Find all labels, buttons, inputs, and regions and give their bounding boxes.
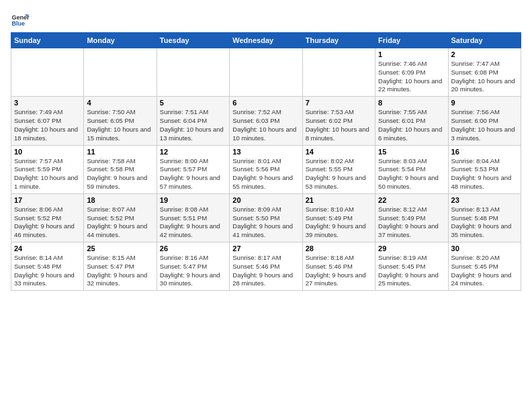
day-info: Sunrise: 8:12 AMSunset: 5:49 PMDaylight:… (378, 205, 445, 240)
day-number: 4 (87, 99, 153, 107)
day-info: Sunrise: 7:49 AMSunset: 6:07 PMDaylight:… (14, 108, 81, 142)
day-info: Sunrise: 8:03 AMSunset: 5:54 PMDaylight:… (378, 157, 445, 191)
day-info: Sunrise: 7:52 AMSunset: 6:03 PMDaylight:… (232, 108, 299, 142)
day-number: 5 (160, 99, 226, 107)
day-cell (11, 48, 84, 97)
day-number: 14 (306, 148, 372, 156)
day-number: 9 (451, 99, 518, 107)
day-number: 24 (14, 244, 81, 253)
day-number: 8 (378, 99, 445, 107)
day-info: Sunrise: 7:57 AMSunset: 5:59 PMDaylight:… (14, 157, 81, 191)
svg-text:Blue: Blue (11, 20, 25, 27)
day-cell: 26Sunrise: 8:16 AMSunset: 5:47 PMDayligh… (157, 242, 229, 291)
week-row-3: 10Sunrise: 7:57 AMSunset: 5:59 PMDayligh… (11, 145, 521, 193)
day-info: Sunrise: 8:20 AMSunset: 5:45 PMDaylight:… (451, 254, 518, 288)
day-info: Sunrise: 8:06 AMSunset: 5:52 PMDaylight:… (14, 205, 81, 240)
day-header-tuesday: Tuesday (157, 33, 229, 48)
day-info: Sunrise: 8:02 AMSunset: 5:55 PMDaylight:… (306, 157, 372, 191)
day-cell: 14Sunrise: 8:02 AMSunset: 5:55 PMDayligh… (302, 145, 375, 193)
day-cell: 25Sunrise: 8:15 AMSunset: 5:47 PMDayligh… (84, 242, 157, 291)
day-number: 3 (14, 99, 81, 107)
day-cell (230, 48, 302, 97)
week-row-5: 24Sunrise: 8:14 AMSunset: 5:48 PMDayligh… (11, 242, 521, 291)
day-cell: 2Sunrise: 7:47 AMSunset: 6:08 PMDaylight… (448, 48, 521, 97)
day-info: Sunrise: 8:19 AMSunset: 5:45 PMDaylight:… (378, 254, 445, 288)
day-number: 23 (451, 196, 518, 204)
day-number: 1 (378, 50, 445, 58)
day-info: Sunrise: 8:10 AMSunset: 5:49 PMDaylight:… (306, 205, 372, 240)
day-number: 16 (451, 148, 518, 156)
day-number: 20 (232, 196, 299, 204)
week-row-4: 17Sunrise: 8:06 AMSunset: 5:52 PMDayligh… (11, 193, 521, 242)
day-info: Sunrise: 8:09 AMSunset: 5:50 PMDaylight:… (232, 205, 299, 240)
day-number: 27 (232, 244, 299, 253)
day-cell: 30Sunrise: 8:20 AMSunset: 5:45 PMDayligh… (448, 242, 521, 291)
day-info: Sunrise: 8:08 AMSunset: 5:51 PMDaylight:… (160, 205, 226, 240)
day-info: Sunrise: 8:14 AMSunset: 5:48 PMDaylight:… (14, 254, 81, 288)
day-cell: 27Sunrise: 8:17 AMSunset: 5:46 PMDayligh… (230, 242, 302, 291)
week-row-1: 1Sunrise: 7:46 AMSunset: 6:09 PMDaylight… (11, 48, 521, 97)
day-cell: 20Sunrise: 8:09 AMSunset: 5:50 PMDayligh… (230, 193, 302, 242)
day-cell (157, 48, 229, 97)
day-info: Sunrise: 8:01 AMSunset: 5:56 PMDaylight:… (232, 157, 299, 191)
day-number: 7 (306, 99, 372, 107)
day-info: Sunrise: 7:56 AMSunset: 6:00 PMDaylight:… (451, 108, 518, 142)
day-cell: 11Sunrise: 7:58 AMSunset: 5:58 PMDayligh… (84, 145, 157, 193)
day-info: Sunrise: 7:58 AMSunset: 5:58 PMDaylight:… (87, 157, 153, 191)
day-cell: 8Sunrise: 7:55 AMSunset: 6:01 PMDaylight… (375, 97, 448, 145)
day-number: 22 (378, 196, 445, 204)
day-number: 6 (232, 99, 299, 107)
day-cell: 5Sunrise: 7:51 AMSunset: 6:04 PMDaylight… (157, 97, 229, 145)
day-number: 2 (451, 50, 518, 58)
day-number: 29 (378, 244, 445, 253)
logo-icon: General Blue (11, 11, 30, 30)
day-info: Sunrise: 8:04 AMSunset: 5:53 PMDaylight:… (451, 157, 518, 191)
day-info: Sunrise: 7:53 AMSunset: 6:02 PMDaylight:… (306, 108, 372, 142)
day-cell: 7Sunrise: 7:53 AMSunset: 6:02 PMDaylight… (302, 97, 375, 145)
day-info: Sunrise: 7:47 AMSunset: 6:08 PMDaylight:… (451, 60, 518, 94)
day-header-sunday: Sunday (11, 33, 84, 48)
header-row: SundayMondayTuesdayWednesdayThursdayFrid… (11, 33, 521, 48)
day-header-monday: Monday (84, 33, 157, 48)
day-cell: 15Sunrise: 8:03 AMSunset: 5:54 PMDayligh… (375, 145, 448, 193)
day-info: Sunrise: 8:15 AMSunset: 5:47 PMDaylight:… (87, 254, 153, 288)
day-number: 11 (87, 148, 153, 156)
day-header-friday: Friday (375, 33, 448, 48)
day-number: 18 (87, 196, 153, 204)
day-number: 21 (306, 196, 372, 204)
day-number: 15 (378, 148, 445, 156)
day-cell: 16Sunrise: 8:04 AMSunset: 5:53 PMDayligh… (448, 145, 521, 193)
week-row-2: 3Sunrise: 7:49 AMSunset: 6:07 PMDaylight… (11, 97, 521, 145)
day-info: Sunrise: 7:46 AMSunset: 6:09 PMDaylight:… (378, 60, 445, 94)
day-cell (84, 48, 157, 97)
logo: General Blue (11, 11, 30, 30)
day-cell: 22Sunrise: 8:12 AMSunset: 5:49 PMDayligh… (375, 193, 448, 242)
day-cell: 23Sunrise: 8:13 AMSunset: 5:48 PMDayligh… (448, 193, 521, 242)
day-number: 13 (232, 148, 299, 156)
day-cell: 9Sunrise: 7:56 AMSunset: 6:00 PMDaylight… (448, 97, 521, 145)
day-cell: 10Sunrise: 7:57 AMSunset: 5:59 PMDayligh… (11, 145, 84, 193)
day-info: Sunrise: 7:51 AMSunset: 6:04 PMDaylight:… (160, 108, 226, 142)
day-info: Sunrise: 7:55 AMSunset: 6:01 PMDaylight:… (378, 108, 445, 142)
day-info: Sunrise: 8:07 AMSunset: 5:52 PMDaylight:… (87, 205, 153, 240)
day-number: 17 (14, 196, 81, 204)
calendar: SundayMondayTuesdayWednesdayThursdayFrid… (11, 32, 521, 291)
day-number: 26 (160, 244, 226, 253)
day-header-wednesday: Wednesday (230, 33, 302, 48)
day-number: 10 (14, 148, 81, 156)
day-cell: 6Sunrise: 7:52 AMSunset: 6:03 PMDaylight… (230, 97, 302, 145)
day-info: Sunrise: 8:17 AMSunset: 5:46 PMDaylight:… (232, 254, 299, 288)
day-info: Sunrise: 8:18 AMSunset: 5:46 PMDaylight:… (306, 254, 372, 288)
day-number: 25 (87, 244, 153, 253)
day-cell: 13Sunrise: 8:01 AMSunset: 5:56 PMDayligh… (230, 145, 302, 193)
day-cell: 29Sunrise: 8:19 AMSunset: 5:45 PMDayligh… (375, 242, 448, 291)
day-number: 30 (451, 244, 518, 253)
day-info: Sunrise: 8:13 AMSunset: 5:48 PMDaylight:… (451, 205, 518, 240)
day-cell: 18Sunrise: 8:07 AMSunset: 5:52 PMDayligh… (84, 193, 157, 242)
day-number: 28 (306, 244, 372, 253)
day-cell: 28Sunrise: 8:18 AMSunset: 5:46 PMDayligh… (302, 242, 375, 291)
header: General Blue (11, 11, 521, 30)
day-header-thursday: Thursday (302, 33, 375, 48)
day-header-saturday: Saturday (448, 33, 521, 48)
day-number: 19 (160, 196, 226, 204)
